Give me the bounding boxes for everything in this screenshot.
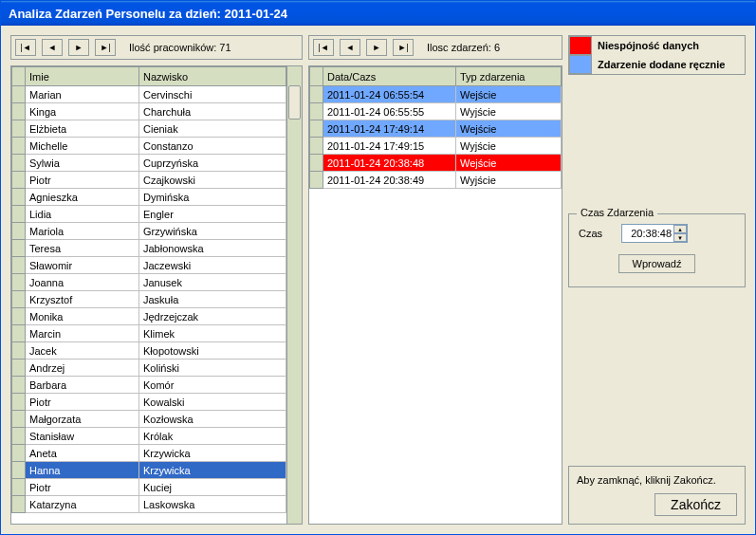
cell-datetime: 2011-01-24 20:38:49 bbox=[323, 172, 456, 189]
row-header bbox=[12, 103, 26, 120]
table-row[interactable]: MałgorzataKozłowska bbox=[12, 411, 286, 428]
cell-last-name: Charchuła bbox=[139, 103, 286, 120]
cell-first-name: Aneta bbox=[26, 445, 139, 462]
cell-first-name: Joanna bbox=[26, 274, 139, 291]
cell-event-type: Wejście bbox=[456, 86, 562, 103]
cell-datetime: 2011-01-24 06:55:54 bbox=[323, 86, 456, 103]
prev-icon[interactable]: ◄ bbox=[42, 39, 63, 56]
table-row[interactable]: 2011-01-24 20:38:48Wejście bbox=[310, 155, 562, 172]
table-row[interactable]: JacekKłopotowski bbox=[12, 342, 286, 360]
next-icon[interactable]: ► bbox=[68, 39, 89, 56]
table-row[interactable]: TeresaJabłonowska bbox=[12, 240, 286, 257]
row-header bbox=[12, 120, 26, 138]
table-row[interactable]: MonikaJędrzejczak bbox=[12, 308, 286, 325]
cell-first-name: Piotr bbox=[26, 479, 139, 496]
row-header bbox=[12, 428, 26, 445]
title-bar: Analiza Zdarzeń Personelu za dzień: 2011… bbox=[1, 1, 755, 26]
table-row[interactable]: MichelleConstanzo bbox=[12, 138, 286, 155]
first-icon[interactable]: |◄ bbox=[15, 39, 36, 56]
row-header bbox=[12, 274, 26, 291]
legend-manual: Zdarzenie dodane ręcznie bbox=[592, 55, 745, 74]
cell-last-name: Grzywińska bbox=[139, 223, 286, 240]
apply-button[interactable]: Wprowadź bbox=[618, 254, 696, 273]
spin-down-icon[interactable]: ▼ bbox=[673, 233, 687, 242]
events-grid[interactable]: Data/Cazs Typ zdarzenia 2011-01-24 06:55… bbox=[308, 65, 562, 525]
prev-icon[interactable]: ◄ bbox=[340, 39, 360, 56]
cell-first-name: Piotr bbox=[26, 394, 139, 411]
table-row[interactable]: PiotrKowalski bbox=[12, 394, 286, 411]
cell-first-name: Agnieszka bbox=[26, 189, 139, 206]
time-label: Czas bbox=[579, 228, 602, 239]
cell-first-name: Sławomir bbox=[26, 257, 139, 274]
cell-last-name: Kozłowska bbox=[139, 411, 286, 428]
table-row[interactable]: BarbaraKomór bbox=[12, 377, 286, 394]
row-header bbox=[12, 394, 26, 411]
cell-last-name: Dymińska bbox=[139, 189, 286, 206]
table-row[interactable]: HannaKrzywicka bbox=[12, 462, 286, 479]
table-row[interactable]: LidiaEngler bbox=[12, 206, 286, 223]
cell-last-name: Jędrzejczak bbox=[139, 308, 286, 325]
table-row[interactable]: MariolaGrzywińska bbox=[12, 223, 286, 240]
cell-first-name: Michelle bbox=[26, 138, 139, 155]
employees-grid[interactable]: Imie Nazwisko MarianCervinschiKingaCharc… bbox=[10, 65, 303, 525]
footer: Aby zamknąć, kliknij Zakończ. Zakończ bbox=[568, 466, 746, 525]
spin-up-icon[interactable]: ▲ bbox=[673, 225, 687, 233]
row-header bbox=[310, 172, 323, 189]
row-header bbox=[12, 206, 26, 223]
close-button[interactable]: Zakończ bbox=[655, 493, 737, 516]
table-row[interactable]: JoannaJanusek bbox=[12, 274, 286, 291]
window: Analiza Zdarzeń Personelu za dzień: 2011… bbox=[0, 0, 756, 535]
table-row[interactable]: 2011-01-24 06:55:55Wyjście bbox=[310, 103, 562, 120]
time-input[interactable] bbox=[622, 225, 673, 242]
cell-datetime: 2011-01-24 17:49:14 bbox=[323, 120, 456, 138]
col-event-type[interactable]: Typ zdarzenia bbox=[456, 67, 562, 86]
col-datetime[interactable]: Data/Cazs bbox=[323, 67, 456, 86]
row-header bbox=[12, 291, 26, 308]
last-icon[interactable]: ►| bbox=[95, 39, 116, 56]
table-row[interactable]: ElżbietaCieniak bbox=[12, 120, 286, 138]
cell-last-name: Laskowska bbox=[139, 496, 286, 513]
table-row[interactable]: 2011-01-24 17:49:15Wyjście bbox=[310, 138, 562, 155]
table-row[interactable]: 2011-01-24 06:55:54Wejście bbox=[310, 86, 562, 103]
table-row[interactable]: KrzysztofJaskuła bbox=[12, 291, 286, 308]
table-row[interactable]: AndrzejKoliński bbox=[12, 360, 286, 377]
first-icon[interactable]: |◄ bbox=[313, 39, 334, 56]
cell-first-name: Piotr bbox=[26, 172, 139, 189]
cell-datetime: 2011-01-24 06:55:55 bbox=[323, 103, 456, 120]
employees-scrollbar[interactable] bbox=[286, 66, 302, 524]
cell-first-name: Jacek bbox=[26, 342, 139, 360]
table-row[interactable]: AnetaKrzywicka bbox=[12, 445, 286, 462]
rowheader-corner bbox=[12, 67, 26, 86]
row-header bbox=[12, 189, 26, 206]
cell-event-type: Wyjście bbox=[456, 172, 562, 189]
table-row[interactable]: PiotrCzajkowski bbox=[12, 172, 286, 189]
employees-panel: |◄ ◄ ► ►| Ilość pracowników: 71 Imie Naz… bbox=[10, 35, 303, 525]
next-icon[interactable]: ► bbox=[366, 39, 387, 56]
table-row[interactable]: KingaCharchuła bbox=[12, 103, 286, 120]
table-row[interactable]: MarianCervinschi bbox=[12, 86, 286, 103]
row-header bbox=[12, 308, 26, 325]
row-header bbox=[310, 138, 323, 155]
table-row[interactable]: StanisławKrólak bbox=[12, 428, 286, 445]
events-panel: |◄ ◄ ► ►| Ilosc zdarzeń: 6 Data/Cazs Typ… bbox=[308, 35, 562, 525]
row-header bbox=[12, 496, 26, 513]
cell-first-name: Andrzej bbox=[26, 360, 139, 377]
cell-first-name: Stanisław bbox=[26, 428, 139, 445]
table-row[interactable]: 2011-01-24 17:49:14Wejście bbox=[310, 120, 562, 138]
scrollbar-thumb[interactable] bbox=[288, 85, 301, 120]
last-icon[interactable]: ►| bbox=[393, 39, 414, 56]
table-row[interactable]: AgnieszkaDymińska bbox=[12, 189, 286, 206]
row-header bbox=[12, 479, 26, 496]
table-row[interactable]: 2011-01-24 20:38:49Wyjście bbox=[310, 172, 562, 189]
cell-last-name: Jaskuła bbox=[139, 291, 286, 308]
col-last-name[interactable]: Nazwisko bbox=[139, 67, 286, 86]
row-header bbox=[12, 445, 26, 462]
row-header bbox=[12, 240, 26, 257]
col-first-name[interactable]: Imie bbox=[26, 67, 139, 86]
table-row[interactable]: KatarzynaLaskowska bbox=[12, 496, 286, 513]
table-row[interactable]: SylwiaCuprzyńska bbox=[12, 155, 286, 172]
table-row[interactable]: MarcinKlimek bbox=[12, 325, 286, 342]
table-row[interactable]: PiotrKuciej bbox=[12, 479, 286, 496]
row-header bbox=[310, 86, 323, 103]
table-row[interactable]: SławomirJaczewski bbox=[12, 257, 286, 274]
